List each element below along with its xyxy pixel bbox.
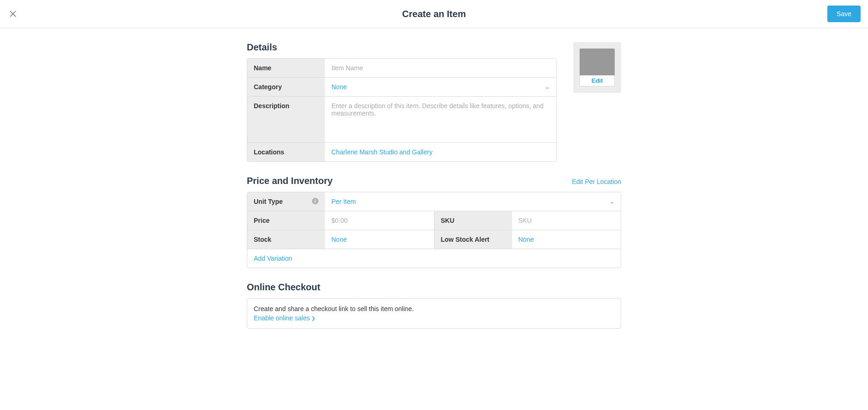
low-stock-label: Low Stock Alert [434,230,512,249]
checkout-header: Online Checkout [247,282,556,293]
unit-type-row[interactable]: Unit Type i Per Item ⌄ [247,192,621,211]
price-sku-row: Price SKU [247,211,621,230]
name-value [325,59,556,77]
locations-label: Locations [247,143,325,161]
inventory-title: Price and Inventory [247,176,333,186]
description-input[interactable] [331,102,550,132]
chevron-down-icon: ⌄ [545,84,550,90]
price-label: Price [247,211,325,230]
details-title: Details [247,42,277,53]
category-row[interactable]: Category None ⌄ [247,78,556,97]
locations-value: Charlene Marsh Studio and Gallery [331,148,433,156]
checkout-box: Create and share a checkout link to sell… [247,298,621,329]
stock-row: Stock None Low Stock Alert None [247,230,621,249]
content: Details Name Category None ⌄ Description [0,28,868,190]
name-row: Name [247,59,556,78]
enable-online-sales-link[interactable]: Enable online sales ❯ [254,314,315,322]
content-lower: Price and Inventory Edit Per Location Un… [0,176,868,343]
stock-value: None [331,236,347,243]
category-label: Category [247,78,325,96]
sku-label: SKU [434,211,512,230]
checkout-description: Create and share a checkout link to sell… [254,305,614,312]
side-column: Edit [573,42,621,176]
image-edit-button[interactable]: Edit [580,75,615,86]
save-button[interactable]: Save [827,6,861,22]
modal-header: Create an Item Save [0,0,868,28]
price-input[interactable] [331,217,428,224]
page-title: Create an Item [402,9,466,19]
locations-row[interactable]: Locations Charlene Marsh Studio and Gall… [247,143,556,161]
description-value [325,97,556,142]
name-label: Name [247,59,325,77]
add-variation-link[interactable]: Add Variation [247,249,621,268]
details-table: Name Category None ⌄ Description Locat [247,58,556,162]
stock-select[interactable]: None [325,230,434,249]
unit-type-value: Per Item [331,198,356,205]
description-label: Description [247,97,325,142]
category-value: None [331,83,347,91]
details-header: Details [247,42,556,53]
unit-type-label: Unit Type i [247,192,325,211]
info-icon[interactable]: i [312,198,318,204]
inventory-header: Price and Inventory Edit Per Location [247,176,621,186]
image-card: Edit [573,42,621,93]
chevron-right-icon: ❯ [312,316,315,321]
stock-label: Stock [247,230,325,249]
checkout-title: Online Checkout [247,282,320,293]
low-stock-value: None [519,236,534,243]
price-value [325,211,434,230]
close-icon [9,10,17,18]
locations-select[interactable]: Charlene Marsh Studio and Gallery [325,143,556,161]
image-placeholder [580,49,615,75]
inventory-wrapper: Price and Inventory Edit Per Location Un… [247,176,556,329]
close-button[interactable] [7,8,18,19]
inventory-table: Unit Type i Per Item ⌄ Price SKU [247,192,621,268]
category-select[interactable]: None ⌄ [325,78,556,96]
description-row: Description [247,97,556,143]
main-column: Details Name Category None ⌄ Description [247,42,556,176]
name-input[interactable] [331,64,550,72]
